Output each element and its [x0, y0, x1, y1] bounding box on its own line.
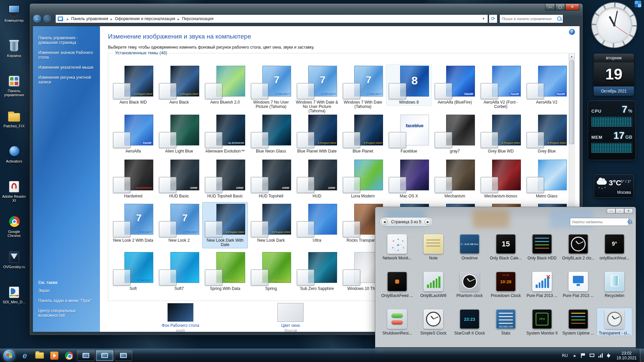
sidebar-link[interactable]: Изменение рисунка учетной записи — [38, 75, 96, 84]
search-icon[interactable] — [556, 15, 561, 22]
theme-item[interactable]: GRIMHUD Topshell — [248, 158, 294, 200]
help-icon[interactable]: ? — [569, 29, 575, 35]
start-button[interactable] — [3, 350, 15, 361]
minimize-button[interactable]: — — [607, 208, 615, 214]
close-button[interactable]: ✕ — [624, 208, 633, 214]
calendar-gadget[interactable]: вторник 19 Октябрь 2021 — [594, 54, 634, 96]
taskbar-media-player-icon[interactable] — [48, 350, 61, 361]
gadget-item[interactable]: ×Pure Flat 2013 ... — [524, 270, 560, 298]
breadcrumb-segment[interactable]: Оформление и персонализация — [115, 16, 175, 21]
theme-item[interactable]: 7X PROJECTNew Look 2 — [156, 202, 202, 244]
refresh-button[interactable]: ⟳ — [489, 14, 497, 23]
footer-item[interactable]: Цвет окнаДругой — [260, 303, 321, 332]
maximize-button[interactable]: ▢ — [555, 4, 565, 10]
gadget-item[interactable]: SimpleS Clock — [416, 308, 451, 336]
weather-gadget[interactable]: 3°C 5° / 1° Москва — [594, 174, 634, 198]
breadcrumb-segment[interactable]: Панель управления — [71, 16, 108, 21]
see-also-link[interactable]: Панель задач и меню "Пуск" — [38, 298, 96, 303]
volume-icon[interactable] — [606, 352, 613, 359]
theme-item[interactable]: X Project 2010Aero Black — [156, 64, 202, 106]
desktop-icon-chrome[interactable]: Google Chrome — [2, 215, 26, 247]
taskbar-window-button[interactable] — [77, 350, 95, 361]
taskbar-chrome-icon[interactable] — [62, 350, 76, 361]
theme-item[interactable]: Alien Light Blue — [156, 113, 202, 155]
gadget-item[interactable]: 9°onlyBlackWeat... — [597, 233, 632, 261]
desktop-icon-adobe-reader[interactable]: Adobe Reader XI — [2, 180, 26, 212]
see-also-link[interactable]: Экран — [38, 288, 96, 293]
theme-item[interactable]: PaintRAeroAlfa V2 (Font - Corbel) — [478, 64, 524, 110]
gadget-item[interactable]: Network Monit... — [379, 233, 415, 261]
footer-item[interactable]: Фон Рабочего столаimg0 — [150, 303, 211, 332]
breadcrumb-segment[interactable]: Персонализация — [182, 16, 213, 21]
sidebar-link[interactable]: Изменение значков Рабочего стола — [38, 50, 96, 60]
theme-item[interactable]: X Project 2010Spring With Data — [202, 250, 248, 292]
desktop-icon-folder[interactable]: Patches_FIX — [2, 110, 26, 142]
theme-item[interactable]: X Project 2010Aero Black WD — [110, 64, 156, 106]
gadget-search-input[interactable] — [570, 220, 627, 224]
cpu-meter-gadget[interactable]: CPU 7% MEM 17GB — [588, 101, 636, 160]
gadget-item[interactable]: 15Only Black Cale... — [488, 233, 524, 261]
theme-item[interactable]: X PROJECTSoft — [110, 250, 156, 292]
taskbar-explorer-icon[interactable] — [33, 350, 46, 361]
theme-item[interactable]: PaintRAeroAlfa (BlueFire) — [432, 64, 478, 106]
gadget-item[interactable]: OnlyBLack 2 clo... — [560, 233, 596, 261]
theme-item[interactable]: Mac OS X — [386, 158, 432, 200]
gadget-item[interactable]: Recyclebin — [597, 270, 632, 298]
desktop-icon-control-panel[interactable]: Панель управления — [2, 74, 26, 107]
theme-item[interactable]: Mechanism — [432, 158, 478, 200]
theme-item[interactable]: 7X PROJECTWindows 7 No User Picture (Tah… — [248, 64, 294, 110]
gadget-item[interactable]: 22:2810:28Pricedown Clock — [488, 270, 524, 298]
theme-item[interactable]: X Project 2010Blue Planet — [340, 113, 386, 155]
theme-item[interactable]: Luna Modern — [340, 158, 386, 200]
see-also-link[interactable]: Центр специальных возможностей — [38, 308, 96, 318]
gadget-item[interactable]: Note — [416, 233, 451, 261]
prev-page-icon[interactable]: ◀ — [381, 219, 388, 225]
desktop-icon-ovgorskiy[interactable]: OVGorskiy.ru — [2, 250, 26, 283]
action-center-flag-icon[interactable] — [580, 352, 587, 359]
taskbar-window-button[interactable] — [115, 350, 132, 361]
theme-item[interactable]: GRIMHUD Topshell Basic — [202, 158, 248, 200]
theme-item[interactable]: Ultra — [294, 202, 340, 244]
display-icon[interactable] — [589, 352, 595, 359]
gadget-item[interactable]: Phantom clock — [452, 270, 487, 298]
show-desktop-button[interactable] — [640, 349, 644, 362]
breadcrumb-dropdown-icon[interactable]: ▼ — [479, 17, 488, 20]
desktop-icon-computer[interactable]: Компьютер — [2, 4, 26, 36]
theme-item[interactable]: Blue Neon Glass — [248, 113, 294, 155]
theme-item[interactable]: Aero Blueish 2.0 — [202, 64, 248, 106]
forward-button[interactable]: → — [43, 14, 52, 23]
desktop-icon-blue-orb[interactable]: Activators — [2, 145, 26, 177]
gadget-item[interactable]: ShutdownRest... — [379, 308, 415, 336]
theme-item[interactable]: Soft7 — [156, 250, 202, 292]
theme-item[interactable]: 8Windows 8 — [386, 64, 432, 106]
theme-item[interactable]: X Project 2010Grey Blue — [524, 113, 570, 155]
theme-item[interactable]: X Project 2010Grey Blue WD — [478, 113, 524, 155]
theme-item[interactable]: HARDWIREDHardwired — [110, 158, 156, 200]
theme-item[interactable]: X Project 2010Spring — [248, 250, 294, 292]
theme-item[interactable]: Metro Glass — [524, 158, 570, 200]
network-icon[interactable] — [597, 352, 604, 359]
gadget-item[interactable]: CPUSystem Monitor II — [524, 308, 560, 336]
theme-item[interactable]: 7X PROJECTWindows 7 With Date (Tahoma) — [340, 64, 386, 110]
taskbar-ie-icon[interactable]: e — [18, 350, 32, 361]
theme-item[interactable]: PaintRAeroAlfa — [110, 113, 156, 155]
search-input[interactable] — [500, 17, 556, 21]
theme-item[interactable]: faceblueFaceblue — [386, 113, 432, 155]
theme-item[interactable]: X Project 2010New Look Dark — [248, 202, 294, 244]
theme-item[interactable]: GRIMHUD Basic — [156, 158, 202, 200]
theme-item[interactable]: GRIMHUD — [294, 158, 340, 200]
next-page-icon[interactable]: ▶ — [425, 219, 431, 225]
gadget-item[interactable]: Pure Flat 2013 ... — [560, 270, 596, 298]
language-indicator[interactable]: RU — [560, 353, 570, 358]
gadget-item[interactable]: OnlyBlackFeed ... — [379, 270, 415, 298]
sidebar-link[interactable]: Изменение указателей мыши — [38, 65, 96, 70]
gadget-item[interactable]: System Uptime ... — [560, 308, 596, 336]
theme-item[interactable]: X Project 2010Blue Planet With Date — [294, 113, 340, 155]
gadget-item[interactable]: C : 8.44 GB freeOnedrive — [452, 233, 487, 261]
maximize-button[interactable]: ▫ — [615, 208, 624, 214]
close-button[interactable]: ✕ — [565, 4, 579, 10]
gadget-item[interactable]: 23:23StarCraft II Clock — [452, 308, 487, 336]
tray-clock[interactable]: 23:02 19.10.2021 — [614, 351, 640, 360]
corner-widget-icon[interactable] — [635, 1, 641, 7]
desktop-icon-sdi[interactable]: SDI_Mini_D... — [2, 286, 26, 318]
